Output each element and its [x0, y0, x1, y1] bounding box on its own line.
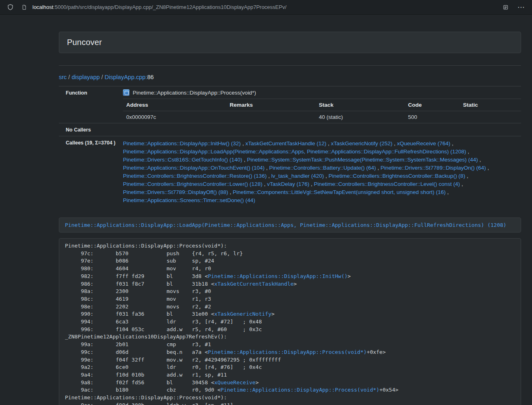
breadcrumb: src / displayapp / DisplayApp.cpp:86 — [59, 74, 521, 80]
callee-link[interactable]: Pinetime::Controllers::BrightnessControl… — [329, 173, 465, 179]
breadcrumb-separator: / — [67, 74, 71, 80]
function-row-label: Function — [66, 90, 117, 96]
callee-separator: , — [242, 157, 247, 163]
callee-separator: , — [446, 189, 449, 195]
callee-separator: , — [450, 140, 454, 146]
disassembly-symbol-link[interactable]: xTaskGetCurrentTaskHandle — [214, 281, 294, 287]
callee-link[interactable]: Pinetime::Components::LittleVgl::SetNewT… — [233, 189, 446, 195]
breadcrumb-text: 86 — [147, 74, 154, 80]
callee-link[interactable]: xTaskGetCurrentTaskHandle (12) — [246, 140, 327, 146]
symbol-stats-table: AddressRemarksStackCodeStatic 0x0000097c… — [123, 99, 521, 123]
stats-value-row: 0x0000097c40 (static)500 — [123, 111, 521, 123]
callee-separator: , — [466, 149, 470, 155]
callee-separator: , — [392, 140, 397, 146]
callee-separator: , — [460, 181, 463, 187]
callee-link[interactable]: Pinetime::System::SystemTask::PushMessag… — [247, 157, 478, 163]
url-host: localhost — [32, 4, 53, 10]
callees-label: Callees (19, Σ=3704 ) — [66, 140, 117, 146]
overflow-menu-icon[interactable]: ⋯ — [516, 3, 526, 12]
function-row: Function Pinetime::Applications::Display… — [59, 86, 521, 123]
callee-separator: , — [486, 165, 489, 171]
callee-separator: , — [265, 165, 269, 171]
callee-link[interactable]: Pinetime::Applications::DisplayApp::Init… — [123, 140, 241, 146]
no-callers-label: No Callers — [66, 127, 117, 133]
disassembly-symbol-link[interactable]: xQueueReceive — [214, 379, 256, 386]
disassembly-symbol-link[interactable]: Pinetime::Applications::DisplayApp::Proc… — [221, 387, 379, 393]
callee-link[interactable]: Pinetime::Applications::DisplayApp::OnTo… — [123, 165, 265, 171]
page-content: Puncover src / displayapp / DisplayApp.c… — [59, 32, 521, 405]
shield-icon[interactable] — [6, 3, 15, 12]
breadcrumb-link[interactable]: DisplayApp.cpp: — [105, 74, 147, 80]
callees-row: Callees (19, Σ=3704 ) Pinetime::Applicat… — [59, 136, 521, 210]
callee-link[interactable]: Pinetime::Drivers::St7789::DisplayOn() (… — [381, 165, 486, 171]
divider — [59, 65, 521, 66]
page-icon — [19, 3, 28, 12]
callee-link[interactable]: Pinetime::Applications::Screens::Timer::… — [123, 197, 255, 203]
callee-link[interactable]: lv_task_handler (420) — [271, 173, 324, 179]
stats-value-cell: 40 (static) — [316, 111, 405, 123]
app-header: Puncover — [59, 32, 521, 53]
function-type-icon — [123, 89, 129, 96]
function-line: Pinetime::Applications::DisplayApp::Proc… — [123, 86, 521, 99]
breadcrumb-link[interactable]: displayapp — [71, 74, 99, 80]
highlighted-callee-link[interactable]: Pinetime::Applications::DisplayApp::Load… — [65, 222, 506, 228]
stats-value-cell — [226, 111, 316, 123]
callee-separator: , — [267, 173, 271, 179]
callee-link[interactable]: Pinetime::Drivers::St7789::DisplayOff() … — [123, 189, 228, 195]
disassembly-panel: Pinetime::Applications::DisplayApp::Proc… — [59, 238, 521, 405]
breadcrumb-link[interactable]: src — [59, 74, 67, 80]
stats-value-cell — [460, 111, 521, 123]
stats-column-header: Stack — [316, 99, 405, 111]
highlighted-callee-panel: Pinetime::Applications::DisplayApp::Load… — [59, 218, 521, 233]
no-callers-row: No Callers — [59, 123, 521, 136]
stats-column-header: Code — [405, 99, 460, 111]
callee-separator: , — [309, 181, 314, 187]
stats-column-header: Remarks — [226, 99, 316, 111]
disassembly-symbol-link[interactable]: xTaskGenericNotify — [214, 311, 271, 317]
disassembly-code: Pinetime::Applications::DisplayApp::Proc… — [65, 242, 515, 405]
callee-link[interactable]: Pinetime::Controllers::BrightnessControl… — [123, 173, 267, 179]
stats-column-header: Static — [460, 99, 521, 111]
stats-value-cell: 500 — [405, 111, 460, 123]
symbol-table: Function Pinetime::Applications::Display… — [59, 86, 521, 209]
app-title[interactable]: Puncover — [67, 38, 513, 47]
callee-link[interactable]: Pinetime::Controllers::BrightnessControl… — [314, 181, 460, 187]
callee-separator: , — [326, 140, 331, 146]
disassembly-symbol-link[interactable]: Pinetime::Applications::DisplayApp::Proc… — [208, 349, 366, 355]
stats-value-cell: 0x0000097c — [123, 111, 226, 123]
callee-separator: , — [324, 173, 328, 179]
callee-link[interactable]: vTaskDelay (176) — [267, 181, 309, 187]
disassembly-symbol-link[interactable]: Pinetime::Applications::DisplayApp::Init… — [208, 273, 347, 279]
browser-toolbar: localhost:5000/path/src/displayapp/Displ… — [0, 0, 532, 15]
callee-separator: , — [376, 165, 381, 171]
url-path: :5000/path/src/displayapp/DisplayApp.cpp… — [53, 4, 286, 10]
callee-link[interactable]: Pinetime::Controllers::Battery::Update()… — [269, 165, 376, 171]
address-bar[interactable]: localhost:5000/path/src/displayapp/Displ… — [32, 4, 501, 10]
function-name: Pinetime::Applications::DisplayApp::Proc… — [133, 90, 256, 96]
callee-separator: , — [228, 189, 233, 195]
callee-link[interactable]: xTaskGenericNotify (252) — [331, 140, 393, 146]
callee-separator: , — [241, 140, 245, 146]
callee-link[interactable]: Pinetime::Controllers::BrightnessControl… — [123, 181, 263, 187]
callees-list: Pinetime::Applications::DisplayApp::Init… — [119, 136, 521, 210]
breadcrumb-separator: / — [100, 74, 105, 80]
callee-separator: , — [465, 173, 468, 179]
callee-link[interactable]: Pinetime::Applications::DisplayApp::Load… — [123, 149, 466, 155]
callee-separator: , — [263, 181, 267, 187]
reader-view-icon[interactable] — [501, 3, 510, 12]
callee-separator: , — [478, 157, 481, 163]
stats-header-row: AddressRemarksStackCodeStatic — [123, 99, 521, 111]
callee-link[interactable]: Pinetime::Drivers::Cst816S::GetTouchInfo… — [123, 157, 242, 163]
stats-column-header: Address — [123, 99, 226, 111]
callee-link[interactable]: xQueueReceive (764) — [397, 140, 450, 146]
